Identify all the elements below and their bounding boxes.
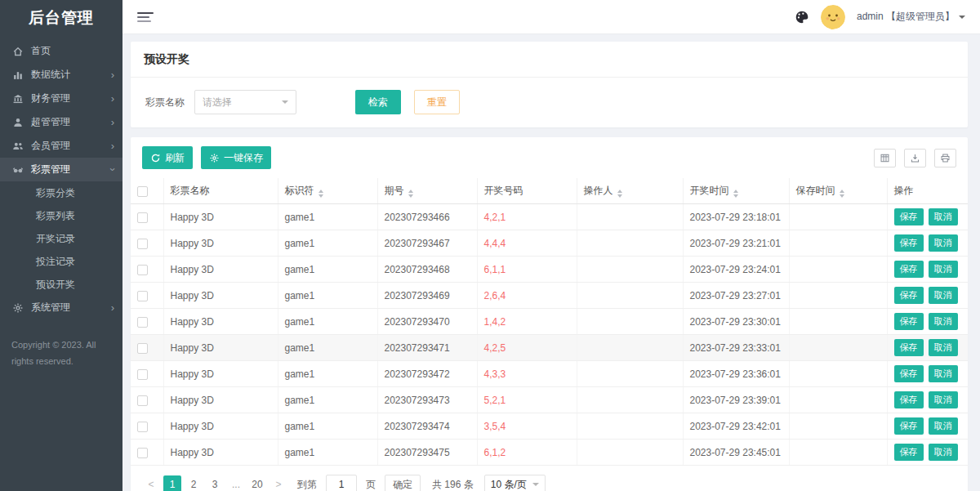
sort-icon[interactable]	[733, 190, 738, 198]
cell-numbers: 5,2,1	[477, 387, 577, 413]
reset-button[interactable]: 重置	[414, 90, 460, 114]
page-title: 预设开奖	[131, 42, 968, 78]
content-area: 预设开奖 彩票名称 请选择 检索 重置 刷新	[122, 34, 980, 491]
cell-period: 202307293469	[377, 283, 477, 309]
column-header[interactable]: 保存时间	[789, 178, 887, 204]
sort-icon[interactable]	[408, 190, 413, 198]
sidebar-item[interactable]: 超管管理›	[0, 110, 122, 134]
lottery-select[interactable]: 请选择	[194, 90, 296, 114]
next-page-button[interactable]: >	[270, 475, 287, 491]
cell-operator	[577, 361, 683, 387]
table-row: Happy 3Dgame12023072934692,6,42023-07-29…	[131, 283, 968, 309]
row-checkbox[interactable]	[137, 395, 148, 406]
sidebar-item[interactable]: 会员管理›	[0, 134, 122, 158]
cancel-row-button[interactable]: 取消	[929, 313, 958, 330]
cancel-row-button[interactable]: 取消	[929, 339, 958, 356]
sidebar-item[interactable]: 彩票管理›	[0, 158, 122, 181]
save-row-button[interactable]: 保存	[894, 444, 924, 461]
column-header-label: 开奖号码	[484, 185, 523, 196]
sidebar-subitem[interactable]: 预设开奖	[0, 273, 122, 296]
theme-palette-icon[interactable]	[795, 10, 809, 25]
search-button[interactable]: 检索	[355, 90, 401, 114]
cell-numbers: 4,4,4	[477, 230, 577, 257]
main-area: admin 【超级管理员】 预设开奖 彩票名称 请选择 检索 重置	[122, 0, 980, 491]
columns-filter-icon[interactable]	[874, 149, 896, 167]
topbar: admin 【超级管理员】	[122, 0, 980, 34]
home-icon	[11, 45, 24, 57]
row-checkbox[interactable]	[137, 317, 148, 328]
cell-name: Happy 3D	[163, 361, 278, 387]
save-row-button[interactable]: 保存	[894, 234, 924, 252]
user-avatar[interactable]	[821, 5, 845, 29]
cell-save_time	[789, 230, 887, 257]
cancel-row-button[interactable]: 取消	[929, 261, 958, 278]
cell-name: Happy 3D	[163, 309, 278, 335]
cancel-row-button[interactable]: 取消	[929, 417, 958, 435]
sidebar-item[interactable]: 数据统计›	[0, 63, 122, 87]
cancel-row-button[interactable]: 取消	[929, 365, 958, 382]
sidebar-subitem[interactable]: 彩票列表	[0, 204, 122, 227]
export-icon[interactable]	[904, 149, 926, 167]
row-actions-cell: 保存取消	[887, 230, 968, 257]
cell-period: 202307293472	[377, 361, 477, 387]
save-all-button[interactable]: 一键保存	[201, 146, 271, 169]
row-checkbox[interactable]	[137, 291, 148, 301]
page-button[interactable]: 20	[248, 475, 266, 491]
save-row-button[interactable]: 保存	[894, 313, 924, 330]
cell-period: 202307293468	[377, 257, 477, 283]
column-header[interactable]: 开奖时间	[683, 178, 789, 204]
save-row-button[interactable]: 保存	[894, 261, 924, 278]
save-row-button[interactable]: 保存	[894, 417, 924, 435]
hamburger-menu-icon[interactable]	[137, 12, 154, 22]
sidebar-submenu: 彩票分类彩票列表开奖记录投注记录预设开奖	[0, 181, 122, 296]
row-checkbox[interactable]	[137, 343, 148, 354]
cancel-row-button[interactable]: 取消	[929, 234, 958, 252]
select-all-header-cell	[131, 178, 163, 204]
cancel-row-button[interactable]: 取消	[929, 444, 958, 461]
sort-icon[interactable]	[318, 190, 323, 198]
column-header[interactable]: 期号	[377, 178, 477, 204]
sidebar-subitem[interactable]: 开奖记录	[0, 227, 122, 250]
save-row-button[interactable]: 保存	[894, 365, 924, 382]
row-checkbox[interactable]	[137, 212, 148, 223]
per-page-select[interactable]: 10 条/页	[484, 475, 546, 491]
prev-page-button[interactable]: <	[142, 475, 160, 491]
row-actions-cell: 保存取消	[887, 309, 968, 335]
sidebar-item[interactable]: 首页	[0, 39, 122, 63]
save-row-button[interactable]: 保存	[894, 339, 924, 356]
save-row-button[interactable]: 保存	[894, 391, 924, 408]
select-placeholder: 请选择	[203, 96, 232, 109]
print-icon[interactable]	[934, 149, 956, 167]
row-checkbox[interactable]	[137, 422, 148, 432]
sort-icon[interactable]	[617, 190, 622, 198]
cancel-row-button[interactable]: 取消	[929, 391, 958, 408]
topbar-right: admin 【超级管理员】	[795, 5, 965, 29]
user-menu-trigger[interactable]: admin 【超级管理员】	[857, 10, 965, 24]
save-row-button[interactable]: 保存	[894, 287, 924, 304]
row-checkbox[interactable]	[137, 448, 148, 458]
row-checkbox[interactable]	[137, 239, 148, 249]
cancel-row-button[interactable]: 取消	[929, 287, 958, 304]
sidebar-item[interactable]: 财务管理›	[0, 87, 122, 110]
cell-code: game1	[278, 230, 377, 257]
sidebar-subitem[interactable]: 投注记录	[0, 250, 122, 273]
page-jump-input[interactable]	[326, 475, 357, 491]
confirm-page-button[interactable]: 确定	[385, 475, 421, 491]
refresh-button[interactable]: 刷新	[142, 146, 193, 169]
page-button[interactable]: 2	[185, 475, 203, 491]
cell-operator	[577, 283, 683, 309]
sidebar-subitem[interactable]: 彩票分类	[0, 181, 122, 204]
cell-name: Happy 3D	[163, 440, 278, 466]
sort-icon[interactable]	[840, 190, 844, 198]
cancel-row-button[interactable]: 取消	[929, 208, 958, 225]
page-button[interactable]: 1	[163, 475, 181, 491]
page-button[interactable]: 3	[206, 475, 224, 491]
select-all-checkbox[interactable]	[137, 186, 148, 197]
row-checkbox[interactable]	[137, 369, 148, 380]
row-checkbox[interactable]	[137, 265, 148, 275]
column-header[interactable]: 标识符	[278, 178, 377, 204]
column-header[interactable]: 操作人	[577, 178, 683, 204]
gear-icon	[209, 153, 220, 163]
save-row-button[interactable]: 保存	[894, 208, 924, 225]
sidebar-item[interactable]: 系统管理›	[0, 296, 122, 319]
